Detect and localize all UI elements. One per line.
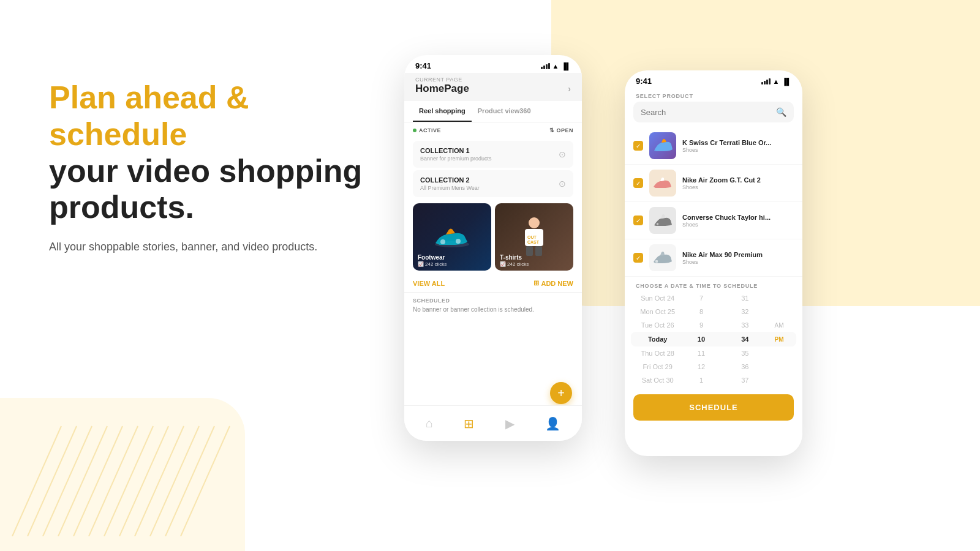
- list-item-2[interactable]: ✓ Converse Chuck Taylor hi... Shoes: [625, 202, 802, 239]
- checkbox-2[interactable]: ✓: [633, 216, 643, 225]
- tab-reel-shopping[interactable]: Reel shopping: [413, 101, 472, 122]
- list-item-1[interactable]: ✓ Nike Air Zoom G.T. Cut 2 Shoes: [625, 165, 802, 202]
- hero-subtext: All your shoppable stories, banner, and …: [49, 238, 386, 256]
- current-page-label: CURRENT PAGE: [415, 77, 571, 83]
- product-thumb-2: [649, 207, 676, 234]
- chevron-right-icon: ›: [568, 84, 571, 94]
- svg-line-8: [135, 426, 184, 536]
- list-item-3[interactable]: ✓ Nike Air Max 90 Premium Shoes: [625, 239, 802, 277]
- signal-icon-2: [761, 78, 771, 84]
- active-badge: ACTIVE: [413, 127, 441, 133]
- date-row-1: Mon Oct 25 8 32: [636, 305, 791, 318]
- svg-text:OUT: OUT: [527, 235, 537, 239]
- svg-line-6: [104, 426, 153, 536]
- add-new-button[interactable]: ⊞ ADD NEW: [533, 279, 573, 287]
- tab-product-view360[interactable]: Product view360: [472, 101, 537, 122]
- status-time-1: 9:41: [415, 61, 431, 70]
- battery-icon-2: ▐▌: [782, 78, 791, 85]
- p1-actions: VIEW ALL ⊞ ADD NEW: [404, 274, 582, 292]
- svg-line-11: [181, 426, 230, 536]
- collection-1-info: COLLECTION 1 Banner for premium products: [420, 147, 492, 162]
- svg-line-0: [12, 426, 61, 536]
- checkbox-3[interactable]: ✓: [633, 253, 643, 263]
- fab-button[interactable]: +: [550, 382, 572, 404]
- product-list: ✓ K Swiss Cr Terrati Blue Or... Shoes ✓: [625, 127, 802, 277]
- wifi-icon: ▲: [552, 62, 559, 70]
- svg-rect-21: [657, 223, 658, 225]
- status-icons-1: ▲ ▐▌: [541, 62, 571, 70]
- schedule-button[interactable]: SCHEDULE: [633, 394, 794, 421]
- search-input[interactable]: [641, 108, 772, 117]
- svg-point-14: [456, 239, 461, 244]
- svg-line-10: [165, 426, 214, 536]
- collection-2-icon: ⊙: [559, 179, 566, 189]
- phone-mockup-1: 9:41 ▲ ▐▌ CURRENT PAGE HomePage › Reel s…: [404, 55, 582, 441]
- tshirts-label: T-shirts 📈 242 clicks: [495, 250, 573, 271]
- svg-line-2: [43, 426, 92, 536]
- status-icons-2: ▲ ▐▌: [761, 78, 791, 85]
- product-info-0: K Swiss Cr Terrati Blue Or... Shoes: [682, 139, 794, 153]
- active-bar: ACTIVE ⇅ OPEN: [404, 122, 582, 138]
- collection-2-info: COLLECTION 2 All Premium Mens Wear: [420, 176, 480, 191]
- nav-grid-icon[interactable]: ⊞: [464, 416, 474, 431]
- battery-icon: ▐▌: [561, 62, 571, 70]
- svg-text:CAST: CAST: [527, 240, 540, 244]
- headline-highlight: Plan ahead & schedule: [49, 80, 249, 152]
- select-product-label: SELECT PRODUCT: [625, 88, 802, 102]
- footwear-label: Footwear 📈 242 clicks: [413, 250, 491, 271]
- product-info-1: Nike Air Zoom G.T. Cut 2 Shoes: [682, 176, 794, 190]
- product-thumb-0: [649, 132, 676, 159]
- collection-1: COLLECTION 1 Banner for premium products…: [413, 141, 573, 168]
- headline-rest: your video shopping products.: [49, 153, 362, 225]
- list-item-0[interactable]: ✓ K Swiss Cr Terrati Blue Or... Shoes: [625, 127, 802, 165]
- p1-nav: ⌂ ⊞ ▶ 👤: [404, 405, 582, 441]
- svg-line-1: [28, 426, 77, 536]
- product-card-tshirts[interactable]: OUT CAST T-shirts 📈 242 clicks: [495, 203, 573, 271]
- open-button[interactable]: ⇅ OPEN: [549, 127, 573, 133]
- active-dot: [413, 129, 417, 132]
- p1-header: CURRENT PAGE HomePage ›: [404, 73, 582, 101]
- product-card-footwear[interactable]: Footwear 📈 242 clicks: [413, 203, 491, 271]
- svg-point-15: [529, 217, 540, 228]
- p1-scheduled: SCHEDULED No banner or banner collection…: [404, 292, 582, 318]
- collection-1-icon: ⊙: [559, 149, 566, 159]
- page-name: HomePage ›: [415, 83, 571, 95]
- wifi-icon-2: ▲: [773, 78, 780, 85]
- product-info-3: Nike Air Max 90 Premium Shoes: [682, 251, 794, 265]
- phone-mockup-2: 9:41 ▲ ▐▌ SELECT PRODUCT 🔍 ✓: [625, 70, 802, 456]
- svg-rect-22: [655, 260, 658, 263]
- collection-2: COLLECTION 2 All Premium Mens Wear ⊙: [413, 170, 573, 197]
- search-icon: 🔍: [776, 107, 786, 117]
- svg-point-13: [440, 239, 445, 244]
- checkbox-0[interactable]: ✓: [633, 141, 643, 151]
- decorative-lines: [0, 414, 233, 539]
- svg-line-3: [58, 426, 107, 536]
- date-row-6: Sat Oct 30 1 37: [636, 373, 791, 387]
- date-row-today[interactable]: Today 10 34 PM: [631, 332, 796, 347]
- status-bar-2: 9:41 ▲ ▐▌: [625, 70, 802, 88]
- status-bar-1: 9:41 ▲ ▐▌: [404, 55, 582, 73]
- checkbox-1[interactable]: ✓: [633, 178, 643, 188]
- status-time-2: 9:41: [636, 77, 652, 86]
- view-all-button[interactable]: VIEW ALL: [413, 280, 445, 287]
- date-picker: Sun Oct 24 7 31 Mon Oct 25 8 32 Tue Oct …: [625, 291, 802, 387]
- signal-icon: [541, 63, 550, 69]
- choose-date-label: CHOOSE A DATE & TIME TO SCHEDULE: [625, 277, 802, 291]
- nav-home-icon[interactable]: ⌂: [426, 416, 433, 430]
- date-row-2: Tue Oct 26 9 33 AM: [636, 318, 791, 332]
- nav-profile-icon[interactable]: 👤: [545, 416, 560, 431]
- svg-line-9: [150, 426, 199, 536]
- footwear-clicks: 📈 242 clicks: [418, 261, 486, 267]
- product-thumb-1: [649, 170, 676, 197]
- product-info-2: Converse Chuck Taylor hi... Shoes: [682, 214, 794, 228]
- svg-line-5: [89, 426, 138, 536]
- date-row-5: Fri Oct 29 12 36: [636, 360, 791, 373]
- search-bar[interactable]: 🔍: [633, 102, 794, 122]
- p1-tabs: Reel shopping Product view360: [404, 101, 582, 122]
- svg-line-7: [119, 426, 168, 536]
- nav-video-icon[interactable]: ▶: [505, 416, 514, 431]
- product-grid: Footwear 📈 242 clicks OUT CAST: [404, 200, 582, 274]
- hero-content: Plan ahead & schedule your video shoppin…: [49, 80, 386, 256]
- product-thumb-3: [649, 244, 676, 271]
- date-row-0: Sun Oct 24 7 31: [636, 291, 791, 305]
